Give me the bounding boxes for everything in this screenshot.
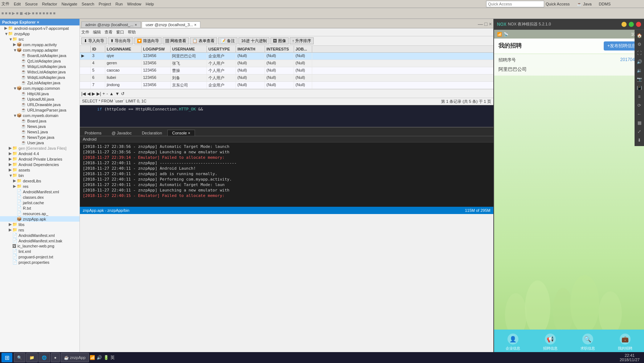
menu-run[interactable]: Run [115, 2, 123, 6]
tree-item-wdqzlistadapter[interactable]: ☕ WdqzListAdapter.java [0, 64, 80, 69]
tree-item-news[interactable]: ☕ News.java [0, 124, 80, 129]
tree-item-uploadutil[interactable]: ☕ UploadUtil.java [0, 96, 80, 102]
panel-restore[interactable]: □ [484, 21, 487, 27]
btn-export[interactable]: ⬆ 导出向导 [108, 37, 133, 44]
db-tab-user[interactable]: user @znzp (localhost_3... × [142, 21, 200, 28]
tree-item-lint[interactable]: 📄 lint.xml [0, 249, 80, 254]
taskbar-item-search[interactable]: 🔍 [14, 353, 25, 362]
col-loginname[interactable]: LOGINNAME [105, 46, 142, 52]
table-row[interactable]: 5 caocao 123456 曹操 个人用户 (Null) (Null) (N… [80, 67, 493, 74]
nav-item-job[interactable]: 🔍 求职信息 [580, 334, 595, 351]
col-imgpath[interactable]: IMGPATH [236, 46, 265, 52]
quick-access-input[interactable] [486, 1, 544, 7]
btn-form[interactable]: 📋 表单查看 [190, 37, 217, 44]
col-job[interactable]: JOB... [294, 46, 312, 52]
db-menu-file[interactable]: 文件 [81, 29, 89, 35]
col-interests[interactable]: INTERESTS [265, 46, 294, 52]
db-menu-edit[interactable]: 编辑 [93, 29, 101, 35]
taskbar-item-file[interactable]: 📁 [26, 353, 38, 362]
nav-prev[interactable]: ◀ [87, 91, 90, 96]
btn-note[interactable]: 📝 备注 [218, 37, 237, 44]
nox-side-btn-down[interactable]: ⬇ [636, 137, 643, 144]
tree-item-urlimageparser[interactable]: ☕ URLImageParser.java [0, 107, 80, 113]
tree-item-libs[interactable]: ▶📁 libs [0, 222, 80, 227]
tree-item-dexedlibs[interactable]: ▶📁 dexedLibs [0, 178, 80, 183]
tree-item-jarlist[interactable]: 📄 jarlist.cache [0, 200, 80, 205]
tree-item-ic-launcher[interactable]: 🖼 ic_launcher-web.png [0, 243, 80, 249]
btn-hex[interactable]: 16进 十六进制 [239, 37, 269, 44]
tree-item-res-bin[interactable]: ▶📁 res [0, 183, 80, 189]
tree-item-assets[interactable]: ▶📁 assets [0, 167, 80, 173]
nox-side-btn-settings[interactable]: ⚙ [636, 41, 643, 48]
col-id[interactable]: ID [91, 46, 105, 52]
menu-refactor[interactable]: Refactor [42, 2, 57, 6]
tab-problems[interactable]: Problems [80, 130, 106, 136]
tree-item-urldrawable[interactable]: ☕ URLDrawable.java [0, 102, 80, 107]
table-row[interactable]: 7 jindong 123456 京东公司 企业用户 (Null) (Null)… [80, 82, 493, 89]
tree-item-boardlistadapter[interactable]: ☕ BoardListAdapter.java [0, 53, 80, 58]
nox-side-btn-screenshot[interactable]: 📷 [636, 76, 643, 83]
nox-side-btn-menu[interactable]: ≡ [636, 93, 643, 100]
tree-item-androidmanifest-bak[interactable]: 📄 AndroidManifest.xml.bak [0, 238, 80, 243]
tree-item-common[interactable]: ▼📦 com.myapp.common [0, 85, 80, 91]
tree-item-bin[interactable]: ▼📁 bin [0, 173, 80, 178]
tree-item-domain[interactable]: ▼📦 com.myweb.domain [0, 113, 80, 118]
tree-item-gen[interactable]: ▶📁 gen [Generated Java Files] [0, 145, 80, 151]
taskbar-item-edge[interactable]: 🌐 [38, 353, 50, 362]
nav-minus[interactable]: - [106, 91, 108, 96]
nav-item-recruit[interactable]: 📢 招聘信息 [543, 334, 558, 351]
nox-side-btn-volume-down[interactable]: 🔉 [636, 67, 643, 74]
tree-item-qzlistadapter[interactable]: ☕ QzListAdapter.java [0, 58, 80, 64]
tree-item-rtxt[interactable]: 📄 R.txt [0, 205, 80, 211]
nav-last[interactable]: ▶| [97, 91, 101, 96]
db-tab-admin[interactable]: admin @znzp (localhost_... × [81, 21, 141, 28]
tree-item-proguard[interactable]: 📄 proguard-project.txt [0, 254, 80, 259]
nox-side-btn-app[interactable]: ▦ [636, 119, 643, 126]
tree-item-activity[interactable]: ▶📦 com.myapp.activity [0, 42, 80, 47]
btn-filter[interactable]: 🔽 筛选向导 [134, 37, 162, 44]
tree-item-private-libs[interactable]: ▶📁 Android Private Libraries [0, 156, 80, 162]
nav-add[interactable]: + [102, 91, 105, 96]
nox-side-btn-rotate[interactable]: ⟳ [636, 102, 643, 109]
nav-refresh[interactable]: ↺ [121, 91, 125, 96]
tree-item-board[interactable]: ☕ Board.java [0, 118, 80, 124]
btn-grid[interactable]: ▦ 网格查看 [163, 37, 189, 44]
start-button[interactable]: ⊞ [1, 353, 12, 362]
nav-next[interactable]: ▶ [92, 91, 95, 96]
nav-up[interactable]: ▲ [109, 91, 114, 96]
db-menu-window[interactable]: 窗口 [116, 29, 124, 35]
tree-item-resources-ap[interactable]: 📄 resources.ap_ [0, 211, 80, 216]
btn-import[interactable]: ⬇ 导入向导 [81, 37, 107, 44]
tree-item-androidmanifest[interactable]: 📄 AndroidManifest.xml [0, 233, 80, 238]
table-row[interactable]: 6 liubei 123456 刘备 个人用户 (Null) (Null) (N… [80, 74, 493, 82]
tab-declaration[interactable]: Declaration [137, 130, 167, 136]
nox-minimize-btn[interactable] [621, 22, 627, 27]
nav-down[interactable]: ▼ [115, 91, 119, 96]
panel-minimize[interactable]: — [478, 21, 483, 27]
tree-item-user[interactable]: ☕ User.java [0, 140, 80, 145]
tab-console[interactable]: Console × [167, 130, 195, 136]
nox-side-btn-volume-up[interactable]: 🔊 [636, 58, 643, 65]
nav-item-my-recruit[interactable]: 💼 我的招聘 [618, 334, 632, 351]
tree-item-classes-dex[interactable]: 📄 classes.dex [0, 194, 80, 200]
nox-side-btn-expand2[interactable]: ⤢ [636, 128, 643, 135]
menu-navigate[interactable]: Navigate [61, 2, 77, 6]
menu-window[interactable]: Window [127, 2, 141, 6]
menu-file[interactable]: 文件 [1, 1, 9, 7]
nox-side-btn-shake[interactable]: 📳 [636, 84, 643, 92]
taskbar-item-eclipse[interactable]: ☕ znzpApp [61, 353, 89, 362]
db-menu-view[interactable]: 查看 [105, 29, 113, 35]
tree-item-znzpapp-apk[interactable]: 📦 znzpApp.apk [0, 216, 80, 222]
tree-item-dependencies[interactable]: ▶📁 Android Dependencies [0, 162, 80, 167]
menu-edit[interactable]: Edit [14, 2, 21, 6]
menu-search[interactable]: Search [82, 2, 94, 6]
tree-item-android-support[interactable]: ▶📁 android-support-v7-appcompat [0, 25, 80, 31]
tree-item-adapter[interactable]: ▼📦 com.myapp.adapter [0, 47, 80, 53]
tree-item-wdsclistadapter[interactable]: ☕ WdscListAdapter.java [0, 69, 80, 74]
btn-image[interactable]: 🖼 图像 [270, 37, 289, 44]
tree-item-android44[interactable]: ▶📁 Android 4.4 [0, 151, 80, 156]
menu-help[interactable]: Help [146, 2, 154, 6]
tree-item-src[interactable]: ▼📁 src [0, 36, 80, 42]
col-username[interactable]: USERNAME [171, 46, 207, 52]
btn-sort[interactable]: ↑ 升序排序 [290, 37, 314, 44]
